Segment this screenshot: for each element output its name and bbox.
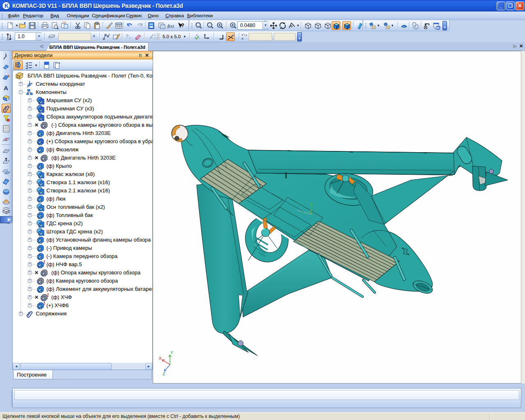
svg-text:?..: ?.. <box>126 34 131 39</box>
svg-text:A: A <box>4 84 8 91</box>
svg-text:f(x): f(x) <box>167 23 174 29</box>
svg-text:?: ? <box>181 22 184 28</box>
svg-text:X: X <box>241 37 244 41</box>
svg-text:Y: Y <box>170 350 173 355</box>
svg-text:Z: Z <box>163 372 165 377</box>
svg-text:X: X <box>159 356 162 361</box>
svg-text:Y↑: Y↑ <box>241 33 245 37</box>
